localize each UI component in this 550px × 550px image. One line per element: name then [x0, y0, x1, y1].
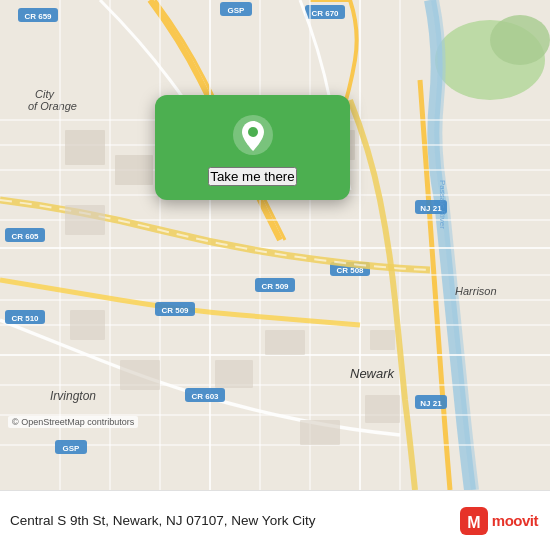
svg-text:GSP: GSP: [63, 444, 81, 453]
svg-text:CR 670: CR 670: [311, 9, 339, 18]
svg-text:Irvington: Irvington: [50, 389, 96, 403]
svg-point-2: [490, 15, 550, 65]
moovit-logo[interactable]: M moovit: [460, 507, 538, 535]
address-text: Central S 9th St, Newark, NJ 07107, New …: [10, 513, 460, 528]
location-pin-icon: [231, 113, 275, 157]
svg-text:Passaic River: Passaic River: [438, 180, 447, 229]
osm-attribution: © OpenStreetMap contributors: [8, 416, 138, 428]
svg-text:M: M: [467, 514, 480, 531]
svg-rect-58: [70, 310, 105, 340]
svg-rect-54: [115, 155, 153, 185]
svg-text:Newark: Newark: [350, 366, 396, 381]
svg-text:City: City: [35, 88, 55, 100]
svg-text:CR 509: CR 509: [161, 306, 189, 315]
svg-text:CR 509: CR 509: [261, 282, 289, 291]
svg-rect-57: [65, 205, 105, 235]
bottom-bar: Central S 9th St, Newark, NJ 07107, New …: [0, 490, 550, 550]
moovit-logo-icon: M: [460, 507, 488, 535]
svg-rect-61: [265, 330, 305, 355]
svg-text:CR 603: CR 603: [191, 392, 219, 401]
svg-text:CR 659: CR 659: [24, 12, 52, 21]
svg-text:NJ 21: NJ 21: [420, 399, 442, 408]
svg-rect-53: [65, 130, 105, 165]
svg-text:GSP: GSP: [228, 6, 246, 15]
svg-rect-64: [300, 420, 340, 445]
take-me-there-button[interactable]: Take me there: [208, 167, 296, 186]
svg-text:of Orange: of Orange: [28, 100, 77, 112]
svg-text:CR 605: CR 605: [11, 232, 39, 241]
popup-card[interactable]: Take me there: [155, 95, 350, 200]
map-container[interactable]: CR 670 CR 659 GSP City of Orange: [0, 0, 550, 490]
svg-point-67: [248, 127, 258, 137]
svg-text:CR 510: CR 510: [11, 314, 39, 323]
svg-rect-62: [370, 330, 395, 350]
svg-rect-63: [365, 395, 400, 423]
svg-rect-59: [120, 360, 160, 390]
svg-text:Harrison: Harrison: [455, 285, 497, 297]
moovit-logo-text: moovit: [492, 512, 538, 529]
svg-rect-60: [215, 360, 253, 388]
